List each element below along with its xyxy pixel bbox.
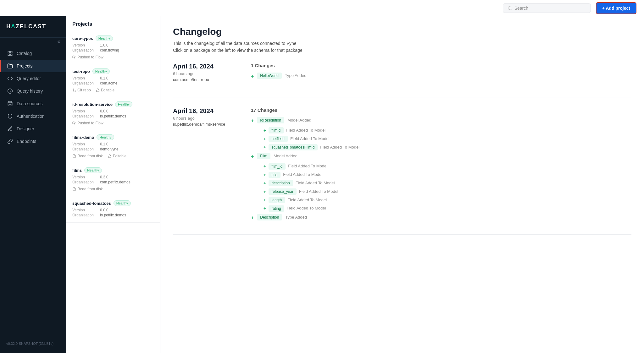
sub-plus-icon: + [264, 172, 266, 177]
sidebar-item-label: Catalog [17, 51, 32, 56]
change-label: Field Added To Model [288, 163, 327, 170]
changelog-date: April 16, 2024 [173, 63, 236, 70]
list-item[interactable]: id-resolution-service Healthy Version0.0… [66, 97, 160, 130]
project-name: films [72, 168, 82, 173]
sidebar-item-label: Authentication [17, 114, 45, 119]
sidebar-item-catalog[interactable]: Catalog [0, 47, 66, 60]
projects-panel: Projects core-types Healthy Version1.0.0… [66, 16, 160, 353]
svg-rect-5 [11, 54, 12, 56]
tag-label: Pushed to Flow [77, 55, 103, 59]
change-tag: rating [269, 205, 284, 212]
sub-plus-icon: + [264, 206, 266, 211]
sidebar-item-endpoints[interactable]: Endpoints [0, 135, 66, 148]
sub-plus-icon: + [264, 189, 266, 194]
sidebar-item-projects[interactable]: Projects [0, 60, 66, 72]
tag-label: Pushed to Flow [77, 121, 103, 125]
change-entry: + Description Type Added [251, 214, 631, 222]
status-badge: Healthy [92, 68, 110, 74]
change-label: Field Added To Model [286, 127, 325, 134]
add-project-button[interactable]: + Add project [596, 2, 636, 14]
sidebar-item-query-history[interactable]: Query history [0, 85, 66, 97]
svg-rect-11 [96, 90, 99, 92]
change-label: Field Added To Model [320, 144, 359, 151]
sidebar-item-label: Query history [17, 89, 43, 94]
org-value: com.flowhq [100, 48, 119, 52]
plus-icon: + [251, 153, 254, 160]
svg-rect-4 [8, 54, 9, 56]
project-name: squashed-tomatoes [72, 201, 111, 206]
status-badge: Healthy [84, 167, 102, 173]
change-entry: + Film Model Added [251, 153, 631, 160]
tag-label: Read from disk [77, 154, 103, 158]
list-item[interactable]: films Healthy Version0.3.0 Organisationc… [66, 163, 160, 196]
version-text: v0.32.0-SNAPSHOT (3fdd81e) [0, 339, 66, 348]
change-tag: HelloWorld [257, 73, 281, 79]
svg-point-10 [73, 89, 74, 90]
link-icon [7, 138, 13, 144]
svg-point-7 [8, 101, 12, 103]
clock-icon [7, 88, 13, 94]
change-label: Type Added [285, 73, 307, 79]
change-label: Field Added To Model [299, 188, 338, 195]
list-item[interactable]: squashed-tomatoes Healthy Version0.0.0 O… [66, 196, 160, 223]
sub-plus-icon: + [264, 145, 266, 149]
project-tag: Pushed to Flow [72, 121, 103, 125]
changelog-time: 6 hours ago [173, 71, 236, 76]
changelog-area: Changelog This is the changelog of all t… [160, 16, 644, 353]
sidebar-item-label: Endpoints [17, 139, 36, 144]
plus-icon: + [251, 117, 254, 125]
change-label: Field Added To Model [283, 171, 322, 178]
plus-icon: + [251, 214, 254, 222]
change-tag: Film [257, 153, 270, 159]
sub-change-entry: + release_year Field Added To Model [264, 188, 631, 195]
sidebar: HAZELCAST Catalog Projects Query editor … [0, 16, 66, 353]
project-tag: Editable [96, 88, 114, 92]
sidebar-item-label: Query editor [17, 76, 41, 81]
changelog-section: April 16, 2024 6 hours ago com.acme/test… [173, 63, 631, 97]
sub-plus-icon: + [264, 181, 266, 186]
project-tag: Read from disk [72, 187, 103, 191]
sub-plus-icon: + [264, 137, 266, 141]
sub-plus-icon: + [264, 164, 266, 169]
change-label: Model Added [274, 153, 297, 160]
status-badge: Healthy [97, 134, 114, 140]
lock-icon [108, 154, 112, 158]
search-box[interactable]: Search [503, 3, 591, 13]
svg-rect-13 [108, 156, 111, 158]
svg-point-9 [75, 91, 76, 92]
change-tag: squashedTomatoesFilmId [269, 144, 318, 150]
pen-icon [7, 126, 13, 132]
changelog-source: io.petflix.demos/films-service [173, 122, 236, 127]
change-label: Field Added To Model [287, 197, 327, 204]
changes-count: 1 Changes [251, 63, 631, 68]
list-item[interactable]: test-repo Healthy Version0.1.0 Organisat… [66, 64, 160, 97]
git-icon [72, 88, 76, 92]
change-entry: + IdResolution Model Added [251, 117, 631, 125]
sidebar-item-authentication[interactable]: Authentication [0, 110, 66, 122]
change-tag: length [269, 197, 285, 203]
change-label: Type Added [285, 214, 307, 221]
database-icon [7, 101, 13, 106]
sidebar-item-label: Data sources [17, 101, 42, 106]
change-entry: + HelloWorld Type Added [251, 73, 631, 80]
sidebar-item-designer[interactable]: Designer [0, 122, 66, 135]
shield-icon [7, 113, 13, 119]
collapse-button[interactable] [0, 38, 66, 45]
logo-area: HAZELCAST [0, 16, 66, 38]
changelog-title: Changelog [173, 26, 631, 37]
sidebar-item-query-editor[interactable]: Query editor [0, 72, 66, 85]
changelog-time: 6 hours ago [173, 116, 236, 121]
topbar: Search + Add project [0, 0, 644, 16]
list-item[interactable]: films-demo Healthy Version0.1.0 Organisa… [66, 130, 160, 163]
project-tag: Read from disk [72, 154, 103, 158]
change-tag: release_year [269, 188, 297, 195]
changelog-source: com.acme/test-repo [173, 77, 236, 82]
change-tag: netflixId [269, 136, 288, 142]
change-label: Field Added To Model [287, 205, 326, 212]
sub-change-entry: + description Field Added To Model [264, 180, 631, 187]
list-item[interactable]: core-types Healthy Version1.0.0 Organisa… [66, 31, 160, 64]
svg-rect-2 [8, 51, 9, 53]
projects-panel-header: Projects [66, 16, 160, 31]
project-name: core-types [72, 36, 93, 41]
sidebar-item-data-sources[interactable]: Data sources [0, 97, 66, 110]
